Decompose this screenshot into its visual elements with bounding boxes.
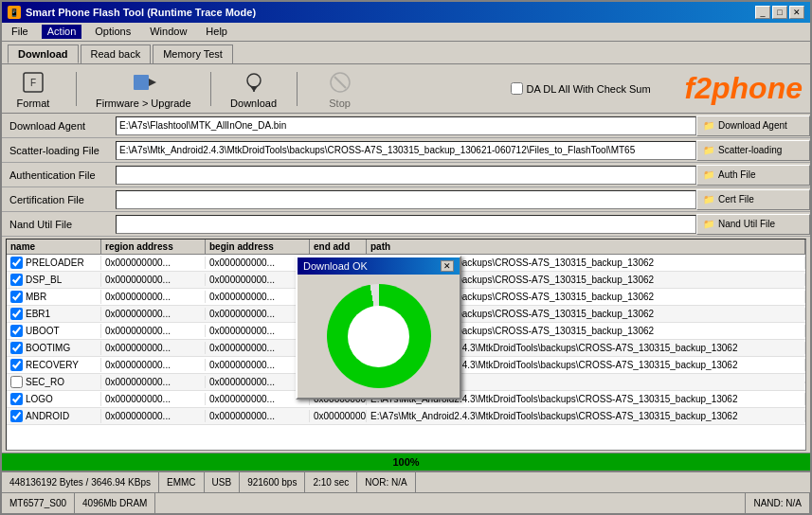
stop-button[interactable]: Stop — [316, 69, 364, 109]
status-bar-2: MT6577_S00 4096Mb DRAM NAND: N/A — [2, 492, 810, 513]
row-checkbox[interactable] — [10, 257, 23, 269]
svg-point-4 — [247, 74, 261, 87]
menu-options[interactable]: Options — [89, 25, 136, 39]
svg-marker-3 — [149, 79, 156, 86]
title-bar: 📱 Smart Phone Flash Tool (Runtime Trace … — [2, 2, 810, 23]
row-cell-path: 2.4.3\MtkDroidTools\backups\CROSS-A7S_13… — [367, 274, 805, 286]
row-cell-name: SEC_RO — [7, 375, 101, 389]
status-nand: NAND: N/A — [746, 493, 810, 513]
stop-icon — [327, 69, 353, 96]
close-button[interactable]: ✕ — [789, 6, 804, 19]
row-cell-name: LOGO — [7, 392, 101, 406]
menu-file[interactable]: File — [6, 25, 34, 39]
row-cell-region: 0x000000000... — [101, 342, 206, 354]
row-cell-path: E:\A7s\Mtk_Android2.4.3\MtkDroidTools\ba… — [367, 410, 805, 422]
row-cell-begin: 0x000000000... — [206, 359, 310, 371]
row-cell-region: 0x000000000... — [101, 410, 206, 422]
row-checkbox[interactable] — [10, 325, 23, 337]
format-button[interactable]: F Format — [9, 69, 57, 109]
menu-help[interactable]: Help — [200, 25, 233, 39]
table-row: MBR0x000000000...0x000000000...0x000...2… — [7, 289, 805, 306]
row-checkbox[interactable] — [10, 410, 23, 422]
format-icon: F — [20, 69, 46, 96]
row-cell-region: 0x000000000... — [101, 359, 206, 371]
row-cell-begin: 0x000000000... — [206, 274, 310, 286]
row-cell-name: ANDROID — [7, 409, 101, 423]
row-checkbox[interactable] — [10, 274, 23, 286]
row-checkbox[interactable] — [10, 308, 23, 320]
tabs-bar: Download Read back Memory Test — [2, 42, 810, 64]
firmware-label: Firmware > Upgrade — [96, 98, 191, 109]
download-agent-row: Download Agent 📁 Download Agent — [2, 114, 810, 138]
row-cell-region: 0x000000000... — [101, 274, 206, 286]
cert-file-input[interactable] — [116, 190, 696, 209]
row-cell-name: MBR — [7, 290, 101, 304]
window-title: Smart Phone Flash Tool (Runtime Trace Mo… — [26, 7, 256, 18]
row-cell-end: 0x000... — [310, 325, 367, 337]
main-window: 📱 Smart Phone Flash Tool (Runtime Trace … — [0, 0, 812, 515]
format-label: Format — [17, 98, 50, 109]
row-cell-name: RECOVERY — [7, 358, 101, 372]
row-cell-region: 0x000000000... — [101, 376, 206, 388]
nand-util-label: Nand Util File — [2, 217, 116, 232]
row-checkbox[interactable] — [10, 393, 23, 405]
scatter-file-input[interactable] — [116, 141, 696, 160]
row-cell-end: 0x000... — [310, 291, 367, 303]
toolbar: F Format Firmware > Upgrade Download Sto… — [2, 64, 810, 114]
download-label: Download — [230, 98, 277, 109]
toolbar-sep3 — [297, 72, 298, 106]
row-checkbox[interactable] — [10, 359, 23, 371]
table-row: DSP_BL0x000000000...0x000000000...0x000.… — [7, 272, 805, 289]
download-agent-input[interactable] — [116, 116, 696, 135]
row-cell-path: E:\A7s\Mtk_Android2.4.3\MtkDroidTools\ba… — [367, 342, 805, 354]
row-cell-name: EBR1 — [7, 307, 101, 321]
table-row: LOGO0x000000000...0x000000000...0x000000… — [7, 391, 805, 408]
cert-file-btn[interactable]: 📁 Cert File — [696, 189, 810, 210]
tab-download[interactable]: Download — [8, 44, 79, 63]
row-checkbox[interactable] — [10, 376, 23, 388]
field-rows: Download Agent 📁 Download Agent Scatter-… — [2, 114, 810, 237]
row-checkbox[interactable] — [10, 291, 23, 303]
status-bar-1: 448136192 Bytes / 3646.94 KBps EMMC USB … — [2, 471, 810, 492]
col-path: path — [367, 240, 805, 254]
download-button[interactable]: Download — [230, 69, 278, 109]
status-time: 2:10 sec — [305, 472, 357, 492]
row-cell-path: 2.4.3\MtkDroidTools\backups\CROSS-A7S_13… — [367, 291, 805, 303]
status-bytes: 448136192 Bytes / 3646.94 KBps — [2, 472, 159, 492]
main-content: Download Agent 📁 Download Agent Scatter-… — [2, 114, 810, 513]
minimize-button[interactable]: _ — [755, 6, 770, 19]
row-cell-end: 0x000... — [310, 274, 367, 286]
da-check-checkbox[interactable] — [511, 82, 523, 95]
cert-file-row: Certification File 📁 Cert File — [2, 187, 810, 212]
row-cell-begin: 0x000000000... — [206, 410, 310, 422]
status-nor: NOR: N/A — [357, 472, 415, 492]
download-agent-btn[interactable]: 📁 Download Agent — [696, 115, 810, 136]
menu-action[interactable]: Action — [42, 25, 82, 39]
row-cell-name: BOOTIMG — [7, 341, 101, 355]
tab-readback[interactable]: Read back — [81, 44, 152, 63]
nand-util-input[interactable] — [116, 215, 696, 234]
menu-window[interactable]: Window — [144, 25, 192, 39]
row-checkbox[interactable] — [10, 342, 23, 354]
svg-text:F: F — [30, 78, 36, 88]
row-cell-begin: 0x000000000... — [206, 376, 310, 388]
nand-util-row: Nand Util File 📁 Nand Util File — [2, 212, 810, 237]
row-cell-path: 2.4.3\MtkDroidTools\backups\CROSS-A7S_13… — [367, 325, 805, 337]
maximize-button[interactable]: □ — [772, 6, 787, 19]
svg-line-7 — [334, 77, 346, 88]
auth-file-btn[interactable]: 📁 Auth File — [696, 165, 810, 186]
table-row: PRELOADER0x000000000...0x000000000...0x0… — [7, 255, 805, 272]
da-check-label: DA DL All With Check Sum — [527, 83, 651, 95]
table-row: SEC_RO0x000000000...0x000000000...0x0000… — [7, 374, 805, 391]
auth-file-label: Authentication File — [2, 168, 116, 183]
status-empty — [155, 493, 746, 513]
auth-file-btn-label: Auth File — [718, 169, 755, 180]
tab-memorytest[interactable]: Memory Test — [153, 44, 233, 63]
nand-util-btn[interactable]: 📁 Nand Util File — [696, 214, 810, 235]
title-bar-controls: _ □ ✕ — [755, 6, 804, 19]
download-agent-label: Download Agent — [2, 118, 116, 133]
scatter-file-btn[interactable]: 📁 Scatter-loading — [696, 140, 810, 161]
row-cell-begin: 0x000000000... — [206, 308, 310, 320]
auth-file-input[interactable] — [116, 166, 696, 185]
firmware-button[interactable]: Firmware > Upgrade — [96, 69, 191, 109]
